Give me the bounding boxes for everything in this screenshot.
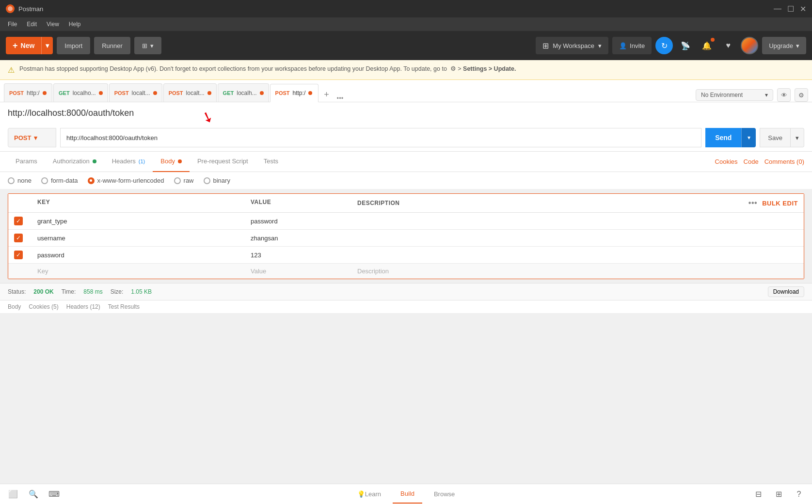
menu-file[interactable]: File bbox=[4, 20, 21, 29]
tab-headers[interactable]: Headers (1) bbox=[104, 152, 153, 172]
row2-checkbox-cell[interactable]: ✓ bbox=[8, 230, 32, 246]
placeholder-description[interactable]: Description bbox=[351, 264, 804, 279]
tab-authorization[interactable]: Authorization bbox=[45, 152, 104, 172]
request-tab-5[interactable]: GET localh... bbox=[218, 83, 269, 102]
row1-key[interactable]: grant_type bbox=[32, 214, 245, 229]
tab-modified-dot-1 bbox=[43, 91, 47, 95]
menu-view[interactable]: View bbox=[43, 20, 63, 29]
radio-raw[interactable]: raw bbox=[174, 177, 194, 184]
col-header-key: KEY bbox=[32, 194, 245, 212]
bulk-edit-button[interactable]: Bulk Edit bbox=[762, 200, 798, 207]
workspace-button[interactable]: ⊞ My Workspace ▾ bbox=[536, 37, 608, 54]
import-button[interactable]: Import bbox=[57, 37, 90, 54]
add-tab-button[interactable]: + bbox=[319, 87, 334, 102]
favorites-button[interactable]: ♥ bbox=[719, 37, 737, 54]
toolbar: + New ▾ Import Runner ⊞ ▾ ⊞ My Workspace… bbox=[0, 31, 812, 60]
headers-tab-hint[interactable]: Headers (12) bbox=[66, 303, 100, 310]
table-more-button[interactable]: ••• bbox=[748, 199, 757, 207]
close-button[interactable]: ✕ bbox=[800, 4, 806, 14]
test-results-hint[interactable]: Test Results bbox=[108, 303, 140, 310]
radio-raw-label: raw bbox=[184, 177, 194, 184]
tab-pre-request[interactable]: Pre-request Script bbox=[190, 152, 256, 172]
table-row: ✓ grant_type password bbox=[8, 213, 804, 230]
placeholder-value[interactable]: Value bbox=[245, 264, 351, 279]
cookies-button[interactable]: Cookies bbox=[715, 158, 738, 165]
sidebar-icon: ⬜ bbox=[8, 489, 18, 499]
maximize-button[interactable]: ☐ bbox=[787, 4, 794, 14]
code-button[interactable]: Code bbox=[744, 158, 759, 165]
scratchpad-button[interactable]: ⊞ bbox=[769, 485, 788, 504]
titlebar: Postman — ☐ ✕ bbox=[0, 0, 812, 17]
banner-link[interactable]: Settings > Update. bbox=[463, 65, 516, 72]
environment-dropdown[interactable]: No Environment ▾ bbox=[696, 89, 773, 101]
tab-params[interactable]: Params bbox=[8, 152, 45, 172]
body-type-options: none form-data x-www-form-urlencoded raw… bbox=[0, 172, 812, 189]
avatar-button[interactable] bbox=[741, 37, 758, 54]
download-button[interactable]: Download bbox=[768, 286, 804, 297]
console-icon: ⌨ bbox=[48, 489, 60, 499]
minimize-button[interactable]: — bbox=[774, 4, 781, 14]
environment-selector: No Environment ▾ 👁 ⚙ bbox=[696, 88, 808, 102]
row2-checkbox[interactable]: ✓ bbox=[14, 234, 23, 242]
row1-description bbox=[351, 217, 804, 225]
tab-method-1: POST bbox=[9, 90, 24, 96]
radio-urlencoded[interactable]: x-www-form-urlencoded bbox=[88, 177, 164, 184]
notifications-button[interactable]: 🔔 bbox=[698, 37, 716, 54]
request-tab-3[interactable]: POST localt... bbox=[109, 83, 162, 102]
new-button-main[interactable]: + New bbox=[6, 41, 41, 51]
nav-learn[interactable]: 💡 Learn bbox=[350, 485, 389, 504]
layout-button[interactable]: ⊞ ▾ bbox=[134, 37, 161, 54]
row1-checkbox[interactable]: ✓ bbox=[14, 217, 23, 225]
eye-button[interactable]: 👁 bbox=[777, 88, 791, 102]
menu-edit[interactable]: Edit bbox=[23, 20, 41, 29]
console-button[interactable]: ⌨ bbox=[45, 485, 63, 504]
app-logo bbox=[6, 4, 15, 13]
request-tab-4[interactable]: POST localt... bbox=[163, 83, 217, 102]
more-tabs-button[interactable]: ••• bbox=[335, 94, 346, 102]
app-title: Postman bbox=[18, 5, 43, 13]
row2-key[interactable]: username bbox=[32, 231, 245, 246]
radio-none[interactable]: none bbox=[8, 177, 32, 184]
nav-build[interactable]: Build bbox=[393, 485, 422, 504]
cookies-tab-hint[interactable]: Cookies (5) bbox=[29, 303, 58, 310]
nav-learn-label: Learn bbox=[365, 490, 381, 498]
menu-help[interactable]: Help bbox=[65, 20, 85, 29]
sidebar-toggle-button[interactable]: ⬜ bbox=[4, 485, 22, 504]
tab-url-6: http:/ bbox=[293, 90, 306, 96]
row3-key[interactable]: password bbox=[32, 248, 245, 263]
row3-checkbox-cell[interactable]: ✓ bbox=[8, 247, 32, 263]
settings-button[interactable]: ⚙ bbox=[795, 88, 808, 102]
row3-checkbox[interactable]: ✓ bbox=[14, 251, 23, 259]
help-button[interactable]: ? bbox=[790, 485, 808, 504]
nav-browse[interactable]: Browse bbox=[426, 485, 462, 504]
row2-description bbox=[351, 234, 804, 242]
signal-button[interactable]: 📡 bbox=[677, 37, 694, 54]
new-button[interactable]: + New ▾ bbox=[6, 37, 53, 54]
row1-checkbox-cell[interactable]: ✓ bbox=[8, 213, 32, 229]
comments-button[interactable]: Comments (0) bbox=[764, 158, 804, 165]
radio-form-data[interactable]: form-data bbox=[41, 177, 78, 184]
upgrade-button[interactable]: Upgrade ▾ bbox=[762, 37, 806, 54]
tab-body[interactable]: Body bbox=[153, 152, 190, 172]
request-title: http://localhost:8000/oauth/token bbox=[8, 108, 804, 118]
placeholder-key[interactable]: Key bbox=[32, 264, 245, 279]
invite-button[interactable]: 👤 Invite bbox=[612, 37, 652, 54]
tab-method-2: GET bbox=[59, 90, 70, 96]
request-tab-2[interactable]: GET localho... bbox=[53, 83, 108, 102]
layout-view-button[interactable]: ⊟ bbox=[749, 485, 767, 504]
runner-button[interactable]: Runner bbox=[94, 37, 130, 54]
tab-modified-dot-2 bbox=[99, 91, 103, 95]
response-bar: Status: 200 OK Time: 858 ms Size: 1.05 K… bbox=[0, 283, 812, 300]
body-tab-hint[interactable]: Body bbox=[8, 303, 21, 310]
row3-value[interactable]: 123 bbox=[245, 248, 351, 263]
tab-tests[interactable]: Tests bbox=[256, 152, 286, 172]
request-tab-6[interactable]: POST http:/ bbox=[270, 84, 318, 102]
row2-value[interactable]: zhangsan bbox=[245, 231, 351, 246]
row1-value[interactable]: password bbox=[245, 214, 351, 229]
titlebar-left: Postman bbox=[6, 4, 43, 13]
sync-button[interactable]: ↻ bbox=[655, 37, 673, 54]
search-button[interactable]: 🔍 bbox=[24, 485, 43, 504]
request-tab-1[interactable]: POST http:/ bbox=[4, 83, 52, 102]
new-button-arrow[interactable]: ▾ bbox=[41, 37, 53, 54]
radio-binary[interactable]: binary bbox=[204, 177, 230, 184]
